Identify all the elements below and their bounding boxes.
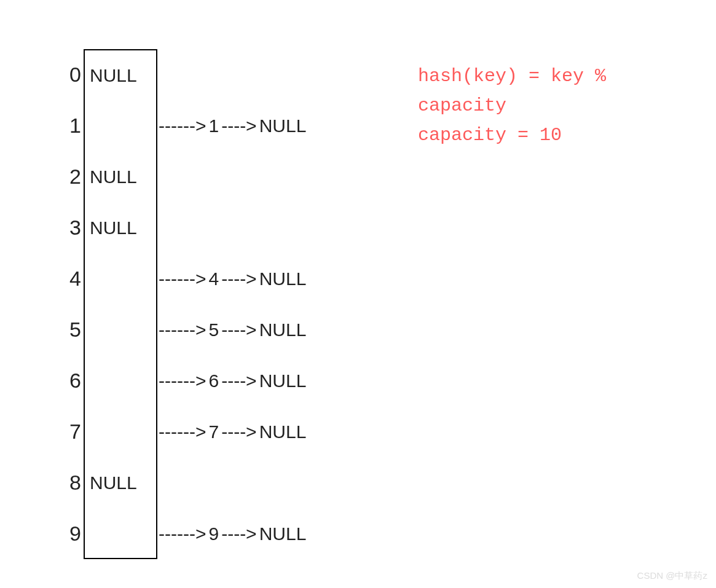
- bucket-index: 1: [59, 114, 84, 138]
- chain-value: 9: [207, 523, 220, 544]
- chain-value: 4: [207, 269, 220, 289]
- bucket-row: 9 ------> 9 ----> NULL: [59, 508, 307, 559]
- watermark: CSDN @中草药z: [637, 570, 707, 582]
- bucket-slot: NULL: [84, 457, 157, 508]
- bucket-chain: ------> 1 ----> NULL: [157, 116, 307, 136]
- bucket-slot: [84, 355, 157, 406]
- bucket-slot: [84, 304, 157, 355]
- arrow-icon: ------>: [157, 421, 207, 442]
- bucket-index: 7: [59, 420, 84, 444]
- bucket-chain: ------> 6 ----> NULL: [157, 370, 307, 391]
- bucket-chain: ------> 5 ----> NULL: [157, 319, 307, 340]
- bucket-index: 8: [59, 471, 84, 495]
- chain-value: 7: [207, 421, 220, 442]
- bucket-row: 8 NULL: [59, 457, 307, 508]
- formula-line: capacity = 10: [418, 125, 562, 146]
- bucket-chain: ------> 7 ----> NULL: [157, 421, 307, 442]
- arrow-icon: ---->: [220, 421, 258, 442]
- arrow-icon: ------>: [157, 523, 207, 544]
- bucket-row: 2 NULL: [59, 151, 307, 202]
- bucket-slot: NULL: [84, 151, 157, 202]
- bucket-index: 4: [59, 267, 84, 291]
- formula-line: capacity: [418, 95, 506, 116]
- bucket-row: 4 ------> 4 ----> NULL: [59, 253, 307, 304]
- bucket-slot: NULL: [84, 202, 157, 253]
- arrow-icon: ---->: [220, 523, 258, 544]
- chain-null: NULL: [258, 116, 308, 136]
- bucket-index: 3: [59, 216, 84, 240]
- chain-value: 5: [207, 319, 220, 340]
- chain-value: 1: [207, 116, 220, 136]
- bucket-row: 7 ------> 7 ----> NULL: [59, 406, 307, 457]
- chain-null: NULL: [258, 370, 308, 391]
- bucket-chain: ------> 9 ----> NULL: [157, 523, 307, 544]
- arrow-icon: ---->: [220, 269, 258, 289]
- bucket-slot: [84, 508, 157, 559]
- chain-null: NULL: [258, 421, 308, 442]
- formula-line: hash(key) = key %: [418, 66, 606, 87]
- hash-table-diagram: 0 NULL 1 ------> 1 ----> NULL 2 NULL 3 N…: [59, 49, 307, 559]
- bucket-row: 6 ------> 6 ----> NULL: [59, 355, 307, 406]
- arrow-icon: ---->: [220, 116, 258, 136]
- arrow-icon: ------>: [157, 319, 207, 340]
- chain-null: NULL: [258, 319, 308, 340]
- chain-value: 6: [207, 370, 220, 391]
- bucket-row: 0 NULL: [59, 49, 307, 100]
- bucket-row: 5 ------> 5 ----> NULL: [59, 304, 307, 355]
- chain-null: NULL: [258, 269, 308, 289]
- bucket-index: 5: [59, 318, 84, 342]
- bucket-row: 3 NULL: [59, 202, 307, 253]
- bucket-index: 2: [59, 165, 84, 189]
- bucket-slot: [84, 100, 157, 151]
- bucket-index: 6: [59, 369, 84, 393]
- bucket-row: 1 ------> 1 ----> NULL: [59, 100, 307, 151]
- bucket-slot: [84, 406, 157, 457]
- chain-null: NULL: [258, 523, 308, 544]
- bucket-slot: NULL: [84, 49, 157, 100]
- arrow-icon: ------>: [157, 370, 207, 391]
- arrow-icon: ------>: [157, 269, 207, 289]
- bucket-chain: ------> 4 ----> NULL: [157, 269, 307, 289]
- bucket-slot: [84, 253, 157, 304]
- arrow-icon: ---->: [220, 370, 258, 391]
- bucket-index: 9: [59, 522, 84, 546]
- hash-formula: hash(key) = key % capacity capacity = 10: [418, 61, 606, 150]
- bucket-index: 0: [59, 63, 84, 87]
- arrow-icon: ------>: [157, 116, 207, 136]
- arrow-icon: ---->: [220, 319, 258, 340]
